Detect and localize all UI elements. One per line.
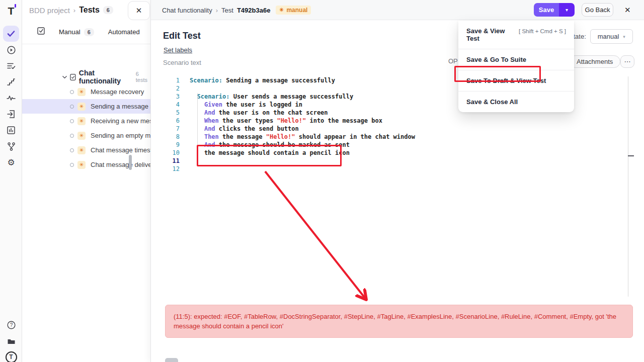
sidebar-item-pulse[interactable] bbox=[0, 91, 22, 105]
sidebar-item-reports[interactable] bbox=[0, 123, 22, 137]
chevron-down-icon: ▾ bbox=[623, 34, 625, 39]
menu-item-shortcut: [ Shift + Cmd + S ] bbox=[519, 28, 566, 34]
sidebar-item-plans[interactable] bbox=[0, 59, 22, 73]
save-dropdown-caret-button[interactable]: ▾ bbox=[559, 3, 575, 17]
line-number: 7 bbox=[162, 125, 180, 133]
test-title: Chat message delivery stat bbox=[91, 161, 150, 168]
chevron-down-icon bbox=[62, 75, 67, 79]
test-tree-item[interactable]: ✳Sending a message succes bbox=[22, 99, 150, 114]
test-title: Chat message timestamps bbox=[91, 146, 150, 154]
breadcrumb-section[interactable]: Tests bbox=[79, 6, 100, 15]
app-logo[interactable]: T bbox=[0, 4, 22, 18]
editor-line: 9 And the message should be marked as se… bbox=[162, 141, 632, 149]
status-circle-icon bbox=[70, 163, 74, 167]
test-tree-item[interactable]: ✳Receiving a new message bbox=[22, 114, 150, 128]
status-circle-icon bbox=[70, 90, 74, 94]
attachments-button[interactable]: Attachments bbox=[569, 55, 620, 68]
collapsed-button-stub[interactable] bbox=[165, 358, 178, 362]
manual-test-icon: ✳ bbox=[77, 88, 86, 96]
breadcrumb: BDD project › Tests 6 bbox=[29, 0, 113, 20]
suite-row[interactable]: Chat functionality 6 tests bbox=[62, 71, 150, 82]
set-labels-link[interactable]: Set labels bbox=[164, 46, 192, 54]
help-icon: ? bbox=[7, 321, 16, 329]
go-back-button[interactable]: Go Back bbox=[582, 3, 613, 17]
play-circle-icon bbox=[7, 46, 16, 54]
line-number: 11 bbox=[162, 157, 180, 165]
sidebar-item-projects[interactable] bbox=[0, 334, 22, 348]
chevron-down-icon: ▾ bbox=[566, 7, 568, 13]
tree-tabs: Manual6AutomatedOut bbox=[45, 28, 150, 36]
manual-test-icon: ✳ bbox=[77, 146, 86, 154]
pulse-icon bbox=[7, 95, 16, 101]
line-number: 2 bbox=[162, 84, 180, 93]
line-code: Scenario: Sending a message successfully bbox=[190, 76, 335, 84]
test-tree-panel: Manual6AutomatedOut Chat functionality 6… bbox=[22, 20, 150, 362]
filter-checklist-icon[interactable] bbox=[37, 27, 45, 37]
user-avatar[interactable]: T bbox=[0, 350, 22, 362]
gear-icon: ⚙ bbox=[7, 157, 15, 168]
app-sidebar: T ⚙ ? T bbox=[0, 0, 22, 362]
page-title: Edit Test bbox=[163, 31, 201, 41]
indent-guide bbox=[197, 93, 198, 157]
editor-line: 7 And clicks the send button bbox=[162, 125, 632, 133]
overlay-close-icon[interactable]: ✕ bbox=[624, 6, 631, 15]
list-check-icon bbox=[7, 62, 16, 70]
tab-close-button[interactable]: ✕ bbox=[128, 1, 150, 20]
save-button[interactable]: Save bbox=[534, 3, 559, 17]
menu-item-label: Save & Close All bbox=[466, 98, 518, 106]
menu-item-label: Save & Go To Suite bbox=[466, 56, 526, 63]
sidebar-item-runs[interactable] bbox=[0, 43, 22, 57]
menu-item-save-to-draft-view-test[interactable]: Save To Draft & View Test bbox=[458, 70, 574, 91]
sidebar-item-steps[interactable] bbox=[0, 75, 22, 89]
menu-item-save-view-test[interactable]: Save & View Test[ Shift + Cmd + S ] bbox=[458, 21, 574, 49]
test-tree-item[interactable]: ✳Message recovery bbox=[22, 84, 150, 99]
line-number: 3 bbox=[162, 93, 180, 101]
breadcrumb-project[interactable]: BDD project bbox=[29, 6, 70, 15]
line-number: 4 bbox=[162, 101, 180, 109]
gherkin-parse-error-message: (11:5): expected: #EOF, #TableRow, #DocS… bbox=[165, 305, 633, 338]
suite-document-icon bbox=[70, 73, 76, 81]
menu-item-save-close-all[interactable]: Save & Close All bbox=[458, 91, 574, 112]
scrollbar-thumb[interactable] bbox=[129, 155, 132, 170]
line-code: And the message should be marked as sent bbox=[190, 141, 350, 149]
breadcrumb-test-prefix: Test bbox=[221, 7, 233, 14]
line-number: 10 bbox=[162, 149, 180, 157]
sidebar-item-import[interactable] bbox=[0, 107, 22, 121]
overlay-breadcrumb: Chat functionality › Test T492b3a6e ✳ ma… bbox=[162, 0, 311, 20]
test-tree-item[interactable]: ✳Sending an empty message bbox=[22, 128, 150, 143]
editor-line: 8 Then the message "Hello!" should appea… bbox=[162, 133, 632, 141]
line-code: When the user types "Hello!" into the me… bbox=[190, 117, 382, 125]
editor-line: 10 the message should contain a pencil i… bbox=[162, 149, 632, 157]
tree-tab-automated[interactable]: Automated bbox=[108, 28, 140, 36]
line-number: 1 bbox=[162, 76, 180, 84]
manual-test-icon: ✳ bbox=[77, 161, 86, 169]
line-code: And the user is on the chat screen bbox=[190, 109, 328, 117]
line-number: 12 bbox=[162, 165, 180, 173]
folder-icon bbox=[7, 338, 16, 345]
scenario-text-label: Scenario text bbox=[163, 59, 201, 66]
sidebar-item-settings[interactable]: ⚙ bbox=[0, 155, 22, 169]
sidebar-item-tests[interactable] bbox=[0, 25, 22, 42]
options-label: OP bbox=[448, 57, 458, 65]
status-circle-icon bbox=[70, 105, 74, 109]
tests-count-badge: 6 bbox=[103, 6, 113, 14]
line-code: Then the message "Hello!" should appear … bbox=[190, 133, 415, 141]
stairs-icon bbox=[7, 78, 15, 85]
sidebar-item-help[interactable]: ? bbox=[0, 318, 22, 332]
manual-test-icon: ✳ bbox=[77, 132, 86, 140]
state-select[interactable]: manual ▾ bbox=[590, 29, 633, 44]
line-number: 9 bbox=[162, 141, 180, 149]
sidebar-item-branches[interactable] bbox=[0, 139, 22, 153]
manual-state-badge: ✳ manual bbox=[276, 6, 311, 15]
menu-item-save-go-to-suite[interactable]: Save & Go To Suite bbox=[458, 49, 574, 70]
status-circle-icon bbox=[70, 134, 74, 138]
tree-tab-manual[interactable]: Manual6 bbox=[59, 28, 94, 36]
edit-test-overlay: Chat functionality › Test T492b3a6e ✳ ma… bbox=[150, 0, 644, 362]
breadcrumb-separator: › bbox=[73, 7, 75, 14]
editor-panel-border bbox=[628, 76, 628, 297]
suite-name: Chat functionality bbox=[79, 69, 133, 85]
breadcrumb-suite[interactable]: Chat functionality bbox=[162, 7, 212, 14]
more-options-button[interactable]: ⋯ bbox=[620, 55, 634, 68]
state-value: manual bbox=[598, 33, 619, 40]
check-icon bbox=[7, 30, 15, 37]
